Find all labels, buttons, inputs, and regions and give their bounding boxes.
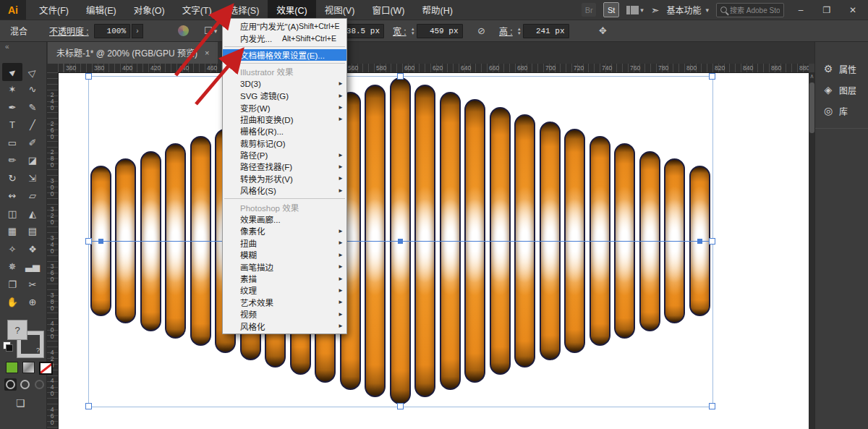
selection-handle[interactable] [397,403,404,409]
gpu-performance-icon[interactable]: ➣ [651,4,660,16]
effects-menu-item-27[interactable]: 视频► [223,308,346,320]
effects-menu-item-11[interactable]: 栅格化(R)... [223,125,346,137]
opacity-label[interactable]: 不透明度 : [49,25,89,37]
draw-behind-button[interactable] [19,378,31,391]
effects-menu-item-8[interactable]: SVG 滤镜(G)► [223,90,346,101]
paintbrush-tool[interactable]: ✐ [22,134,43,152]
perspective-grid-tool[interactable]: ◭ [22,205,43,223]
slice-tool[interactable]: ✂ [22,276,43,294]
restore-button[interactable]: ❐ [817,5,836,15]
selection-handle[interactable] [397,73,404,80]
eraser-tool[interactable]: ◪ [22,152,43,170]
selection-handle[interactable] [709,73,715,80]
path-anchor-point[interactable] [98,239,103,244]
path-anchor-point[interactable] [697,239,702,244]
blend-tool[interactable]: ❖ [22,240,43,258]
color-button[interactable] [6,362,18,373]
path-anchor-point[interactable] [398,239,403,244]
draw-inside-button[interactable] [33,378,46,391]
curvature-tool[interactable]: ✎ [22,98,43,116]
selection-handle[interactable] [709,403,715,409]
dock-item-属性[interactable]: ⚙属性 [815,59,868,79]
effects-menu-item-1[interactable]: 应用"内发光"(A)Shift+Ctrl+E [223,20,346,32]
shaper-tool[interactable]: ✏ [2,152,22,170]
height-stepper[interactable]: ▴▾ [518,27,521,35]
effects-menu-item-16[interactable]: 风格化(S)► [223,184,346,196]
effects-menu-item-12[interactable]: 裁剪标记(O) [223,137,346,149]
menubar-item-4[interactable]: 文字(T) [174,0,221,20]
mesh-tool[interactable]: ▦ [2,223,22,241]
effects-menu-item-25[interactable]: 纹理► [223,284,346,296]
document-tab[interactable]: 未标题-1* @ 200% (RGB/GPU 预览) × [48,41,218,64]
width-tool[interactable]: ↭ [2,187,22,205]
workspace-switcher[interactable]: 基本功能 ▾ [666,4,709,16]
effects-menu-item-28[interactable]: 风格化► [223,320,346,331]
hand-tool[interactable]: ✋ [2,294,22,312]
dock-item-图层[interactable]: ◈图层 [815,80,868,100]
arrange-documents-button[interactable]: ▾ [626,6,644,14]
effects-menu-item-22[interactable]: 模糊► [223,249,346,260]
selection-handle[interactable] [85,238,92,245]
height-label[interactable]: 高 : [499,25,513,37]
artboard-tool[interactable]: ❐ [2,276,22,294]
menubar-item-7[interactable]: 视图(V) [316,0,364,20]
lasso-tool[interactable]: ∿ [22,81,43,99]
effects-menu-item-23[interactable]: 画笔描边► [223,260,346,272]
effects-menu-item-21[interactable]: 扭曲► [223,237,346,249]
minimize-button[interactable]: – [791,5,810,15]
height-field[interactable]: 241 px [523,24,569,38]
effects-menu-item-13[interactable]: 路径(P)► [223,149,346,161]
shape-builder-tool[interactable]: ◫ [2,205,22,223]
fill-stroke-indicator[interactable]: ? ? [6,320,41,357]
menubar-item-5[interactable]: 选择(S) [221,0,268,20]
effects-menu-item-7[interactable]: 3D(3)► [223,78,346,90]
gradient-button[interactable] [22,362,35,373]
menubar-item-3[interactable]: 对象(O) [125,0,174,20]
opacity-field[interactable]: 100% [94,24,130,38]
screen-mode-button[interactable]: ❏ [16,397,25,409]
menubar-item-2[interactable]: 编辑(E) [77,0,125,20]
menubar-item-1[interactable]: 文件(F) [30,0,77,20]
select-similar-icon[interactable]: ☐ [204,25,213,36]
recolor-artwork-icon[interactable] [178,25,189,36]
width-stepper[interactable]: ▴▾ [412,27,414,35]
stepper-down-icon[interactable]: ▾ [518,31,521,35]
scrollbar-thumb[interactable] [809,82,814,133]
effects-menu-item-14[interactable]: 路径查找器(F)► [223,161,346,172]
type-tool[interactable]: T [2,116,22,135]
selection-handle[interactable] [85,73,92,80]
stock-search-input[interactable]: 搜索 Adobe Stock [716,3,784,17]
selection-tool[interactable]: ► [2,63,22,81]
free-transform-tool[interactable]: ▱ [22,187,43,205]
column-graph-tool[interactable]: ▃▅ [22,258,43,276]
width-label[interactable]: 宽 : [393,25,407,37]
selection-handle[interactable] [85,403,92,409]
direct-selection-tool[interactable]: ▷ [22,63,43,81]
effects-menu-item-26[interactable]: 艺术效果► [223,297,346,308]
pen-tool[interactable]: ✒ [2,98,22,116]
close-button[interactable]: ✕ [843,5,862,15]
zoom-tool[interactable]: ⊕ [22,294,43,312]
selection-handle[interactable] [709,238,715,245]
scale-tool[interactable]: ⇲ [22,169,43,187]
stepper-down-icon[interactable]: ▾ [412,31,414,35]
effects-menu-item-4[interactable]: 文档栅格效果设置(E)... [223,49,346,61]
effects-menu-item-15[interactable]: 转换为形状(V)► [223,173,346,184]
artboard-canvas[interactable] [58,72,809,429]
magic-wand-tool[interactable]: ✶ [2,81,22,99]
transform-again-icon[interactable]: ✥ [599,25,607,36]
none-button[interactable] [39,362,53,375]
menubar-item-9[interactable]: 帮助(H) [414,0,461,20]
rotate-tool[interactable]: ↻ [2,169,22,187]
effects-menu-item-24[interactable]: 素描► [223,273,346,284]
menubar-item-8[interactable]: 窗口(W) [363,0,413,20]
menubar-item-6[interactable]: 效果(C) [268,0,315,20]
stock-badge[interactable]: St [603,2,619,17]
blend-mode-label[interactable]: 混合 [10,25,27,37]
bridge-badge[interactable]: Br [582,3,596,17]
dock-item-库[interactable]: ◎库 [815,101,868,121]
effects-menu-item-9[interactable]: 变形(W)► [223,101,346,113]
effects-menu-item-19[interactable]: 效果画廊... [223,213,346,225]
draw-normal-button[interactable] [4,378,17,391]
symbol-sprayer-tool[interactable]: ✵ [2,258,22,276]
